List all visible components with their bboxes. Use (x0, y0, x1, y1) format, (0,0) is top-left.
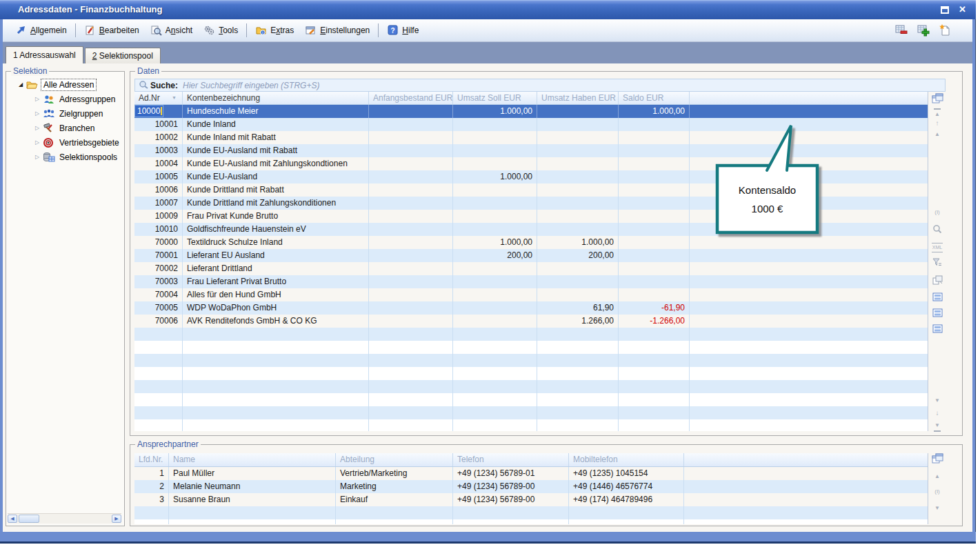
column-header-umsatz-haben[interactable]: Umsatz Haben EUR (537, 92, 619, 104)
daten-panel: Daten Suche: Hier Suchbegriff eingeben (… (130, 71, 963, 436)
account-row[interactable]: 70002 Lieferant Drittland (134, 262, 928, 275)
svg-text:?: ? (391, 27, 395, 34)
account-row[interactable]: 10005 Kunde EU-Ausland 1.000,00 (134, 170, 928, 183)
titlebar[interactable]: Adressdaten - Finanzbuchhaltung ✕ (0, 0, 976, 19)
tab-selektionspool[interactable]: 2 Selektionspool (85, 48, 161, 63)
account-row[interactable]: 10009 Frau Privat Kunde Brutto (134, 210, 928, 223)
accounts-grid-rows: 10000 Hundeschule Meier 1.000,00 1.000,0… (134, 105, 928, 328)
tree-collapsed-icon[interactable]: ▷ (33, 110, 41, 117)
scroll-up-icon[interactable]: ↑ (929, 119, 946, 128)
account-row[interactable]: 70000 Textildruck Schulze Inland 1.000,0… (134, 236, 928, 249)
tab-adressauswahl[interactable]: 1 Adressauswahl (6, 46, 83, 63)
tree-item-adressgruppen[interactable]: ▷ Adressgruppen (6, 92, 124, 106)
search-input[interactable]: Suche: Hier Suchbegriff eingeben (STRG+S… (134, 79, 946, 92)
tree-item-alle-adressen[interactable]: ◢ Alle Adressen (6, 77, 124, 92)
menu-bearbeiten[interactable]: Bearbeiten (79, 23, 145, 38)
contact-row[interactable]: 3 Susanne Braun Einkauf +49 (1234) 56789… (134, 493, 928, 506)
page-down-icon[interactable]: ▼ (929, 504, 946, 513)
tree-expanded-icon[interactable]: ◢ (17, 81, 25, 88)
column-header-saldo[interactable]: Saldo EUR (619, 92, 690, 104)
contact-row[interactable]: 1 Paul Müller Vertrieb/Marketing +49 (12… (134, 467, 928, 480)
contact-row[interactable]: 2 Melanie Neumann Marketing +49 (1234) 5… (134, 480, 928, 493)
scroll-left-icon[interactable]: ◀ (8, 515, 17, 523)
column-header-adnr[interactable]: Ad.Nr▼ (134, 92, 183, 104)
page-down-icon[interactable]: ▼ (929, 397, 946, 405)
tree-collapsed-icon[interactable]: ▷ (33, 139, 41, 146)
tree-item-label: Zielgruppen (57, 108, 105, 119)
horizontal-scrollbar[interactable]: ◀ ▶ (8, 513, 121, 524)
page-up-icon[interactable]: ▲ (929, 130, 946, 139)
account-row[interactable]: 70003 Frau Lieferant Privat Brutto (134, 275, 928, 288)
scrollbar-thumb[interactable] (19, 515, 39, 523)
column-header-telefon[interactable]: Telefon (453, 453, 569, 466)
restore-icon[interactable] (941, 6, 949, 14)
column-header-anfangsbestand[interactable]: Anfangsbestand EUR (369, 92, 453, 104)
account-row[interactable]: 10000 Hundeschule Meier 1.000,00 1.000,0… (134, 105, 928, 118)
scroll-right-icon[interactable]: ▶ (112, 515, 121, 523)
page-up-icon[interactable]: ▲ (929, 473, 946, 481)
tree-collapsed-icon[interactable]: ▷ (33, 125, 41, 131)
search-row-icon[interactable] (929, 224, 946, 235)
menu-tools[interactable]: Tools (198, 23, 243, 38)
column-header-name[interactable]: Name (169, 453, 336, 466)
account-row[interactable]: 10002 Kunde Inland mit Rabatt (134, 131, 928, 144)
table-remove-icon[interactable] (894, 23, 909, 37)
column-header-kontenbezeichnung[interactable]: Kontenbezeichnung (183, 92, 369, 104)
layout-list-icon[interactable] (929, 324, 946, 335)
scroll-to-top-icon[interactable]: ▲ (929, 108, 946, 119)
menu-einstellungen[interactable]: Einstellungen (299, 23, 375, 38)
account-row[interactable]: 10006 Kunde Drittland mit Rabatt (134, 183, 928, 197)
tree-item-vertriebsgebiete[interactable]: ▷ Vertriebsgebiete (6, 135, 124, 150)
toolbar-separator (246, 23, 247, 37)
account-row[interactable]: 70005 WDP WoDaPhon GmbH 61,90 -61,90 (134, 301, 928, 315)
menu-hilfe[interactable]: ? Hilfe (381, 23, 424, 38)
tree-item-zielgruppen[interactable]: ▷ Zielgruppen (6, 106, 124, 121)
menu-allgemein[interactable]: Allgemein (10, 23, 72, 38)
column-header-lfdnr[interactable]: Lfd.Nr. (134, 453, 169, 466)
tree-collapsed-icon[interactable]: ▷ (33, 96, 41, 102)
account-row[interactable]: 10010 Goldfischfreunde Hauenstein eV (134, 223, 928, 236)
menu-ansicht[interactable]: Ansicht (145, 23, 198, 38)
new-page-icon[interactable] (938, 23, 953, 37)
column-header-abteilung[interactable]: Abteilung (336, 453, 453, 466)
account-row[interactable]: 10007 Kunde Drittland mit Zahlungskondit… (134, 197, 928, 210)
account-row[interactable]: 10004 Kunde EU-Ausland mit Zahlungskondt… (134, 157, 928, 170)
copy-icon[interactable] (929, 275, 946, 287)
column-chooser-icon[interactable] (929, 453, 946, 466)
account-row[interactable]: 70004 Alles für den Hund GmbH (134, 288, 928, 301)
close-icon[interactable]: ✕ (959, 5, 966, 14)
group-icon[interactable]: (I) (929, 208, 946, 217)
account-row[interactable]: 70001 Lieferant EU Ausland 200,00 200,00 (134, 249, 928, 262)
account-row[interactable]: 10001 Kunde Inland (134, 118, 928, 131)
search-placeholder: Hier Suchbegriff eingeben (STRG+S) (183, 81, 319, 90)
content-area: Selektion ◢ Alle Adressen ▷ (3, 63, 972, 532)
account-row[interactable]: 10003 Kunde EU-Ausland mit Rabatt (134, 144, 928, 157)
layout-list-icon[interactable] (929, 308, 946, 319)
app-body: Allgemein Bearbeiten Ansicht Tools (3, 19, 972, 532)
column-header-umsatz-soll[interactable]: Umsatz Soll EUR (453, 92, 537, 104)
tree-item-branchen[interactable]: ▷ Branchen (6, 121, 124, 135)
scroll-to-bottom-icon[interactable]: ▼ (929, 421, 946, 432)
tree-item-selektionspools[interactable]: ▷ Selektionspools (6, 150, 124, 164)
help-icon: ? (387, 25, 399, 36)
contacts-grid-rows: 1 Paul Müller Vertrieb/Marketing +49 (12… (134, 467, 928, 506)
column-header-mobiltelefon[interactable]: Mobiltelefon (569, 453, 684, 466)
daten-panel-title: Daten (135, 66, 161, 76)
gears-icon (203, 25, 215, 36)
tree-item-label: Selektionspools (57, 152, 119, 163)
table-add-icon[interactable] (916, 23, 931, 37)
scroll-down-icon[interactable]: ↓ (929, 409, 946, 417)
menu-extras[interactable]: i Extras (250, 23, 299, 38)
xml-export-icon[interactable]: XML (932, 243, 943, 252)
tools-icon (43, 123, 55, 134)
app-window: Adressdaten - Finanzbuchhaltung ✕ Allgem… (0, 0, 976, 541)
column-chooser-icon[interactable] (929, 93, 946, 106)
group-icon[interactable]: (I) (929, 488, 946, 496)
layout-list-icon[interactable] (929, 292, 946, 304)
selektion-panel-title: Selektion (11, 66, 49, 76)
window-border-bottom (0, 532, 976, 544)
filter-icon[interactable] (929, 258, 946, 269)
tree-item-label: Alle Adressen (41, 79, 97, 91)
tree-collapsed-icon[interactable]: ▷ (33, 154, 41, 160)
account-row[interactable]: 70006 AVK Renditefonds GmbH & CO KG 1.26… (134, 315, 928, 328)
